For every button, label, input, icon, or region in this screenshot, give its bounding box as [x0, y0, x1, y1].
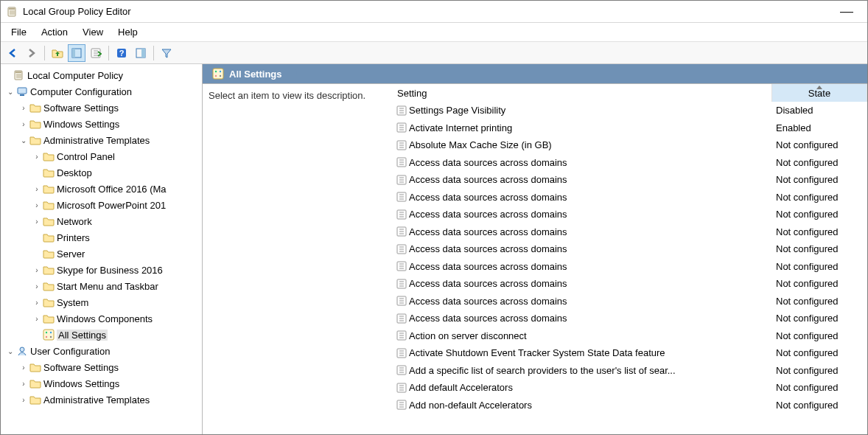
setting-state: Not configured — [771, 347, 867, 358]
tree-user-configuration[interactable]: ⌄ User Configuration — [1, 343, 202, 359]
help-pane-button[interactable] — [132, 44, 150, 62]
tree-adm-skype[interactable]: › Skype for Business 2016 — [1, 262, 202, 278]
list-row[interactable]: Access data sources across domainsNot co… — [393, 275, 867, 293]
tab-strip: All Settings — [203, 64, 867, 83]
tree-adm-control-panel[interactable]: › Control Panel — [1, 148, 202, 164]
book-icon — [13, 69, 26, 81]
tree-adm-windows-components[interactable]: › Windows Components — [1, 310, 202, 327]
back-button[interactable] — [4, 44, 21, 62]
list-row[interactable]: Access data sources across domainsNot co… — [393, 293, 867, 310]
twisty-icon[interactable]: › — [32, 282, 42, 290]
menu-action[interactable]: Action — [34, 24, 75, 40]
setting-state: Disabled — [771, 105, 867, 116]
list-row[interactable]: Access data sources across domainsNot co… — [393, 310, 867, 327]
policy-icon — [393, 382, 409, 394]
folder-icon — [42, 232, 55, 243]
policy-icon — [393, 243, 409, 255]
tree-label: Administrative Templates — [43, 135, 150, 146]
twisty-icon[interactable]: › — [32, 299, 42, 307]
tree-adm-all-settings[interactable]: › All Settings — [1, 327, 202, 343]
twisty-icon[interactable]: › — [18, 120, 29, 128]
setting-name: Activate Internet printing — [409, 122, 771, 133]
description-panel: Select an item to view its description. — [203, 84, 393, 434]
forward-button[interactable] — [23, 44, 41, 62]
list-row[interactable]: Activate Internet printingEnabled — [393, 119, 867, 137]
twisty-icon[interactable]: › — [32, 266, 42, 274]
list-row[interactable]: Access data sources across domainsNot co… — [393, 206, 867, 223]
setting-name: Access data sources across domains — [409, 192, 771, 203]
menu-file[interactable]: File — [4, 24, 34, 40]
list-row[interactable]: Activate Shutdown Event Tracker System S… — [393, 344, 867, 362]
folder-icon — [42, 150, 55, 162]
tree-label: Printers — [57, 232, 90, 243]
column-header-setting[interactable]: Setting — [393, 88, 771, 99]
list-row[interactable]: Add default AcceleratorsNot configured — [393, 379, 867, 397]
toolbar-separator — [108, 46, 109, 60]
menu-help[interactable]: Help — [111, 24, 145, 40]
computer-icon — [15, 86, 29, 97]
list-row[interactable]: Access data sources across domainsNot co… — [393, 189, 867, 206]
column-header-state[interactable]: State — [771, 84, 867, 102]
twisty-icon[interactable]: ⌄ — [5, 88, 15, 96]
menu-view[interactable]: View — [75, 24, 111, 40]
tree-computer-configuration[interactable]: ⌄ Computer Configuration — [1, 83, 202, 100]
tree-adm-system[interactable]: › System — [1, 294, 202, 310]
list-row[interactable]: Access data sources across domainsNot co… — [393, 223, 867, 241]
tree-label: Windows Components — [57, 313, 153, 324]
list-row[interactable]: Absolute Max Cache Size (in GB)Not confi… — [393, 136, 867, 154]
tree-root[interactable]: ▾ Local Computer Policy — [1, 67, 202, 83]
show-hide-tree-button[interactable] — [68, 44, 85, 62]
setting-name: Access data sources across domains — [409, 174, 771, 185]
list-row[interactable]: Access data sources across domainsNot co… — [393, 258, 867, 276]
tree-adm-office[interactable]: › Microsoft Office 2016 (Ma — [1, 181, 202, 197]
twisty-icon[interactable]: › — [18, 104, 29, 112]
list-row[interactable]: Action on server disconnectNot configure… — [393, 327, 867, 345]
help-button[interactable]: ? — [113, 44, 130, 62]
list-row[interactable]: Access data sources across domainsNot co… — [393, 154, 867, 172]
setting-name: Action on server disconnect — [409, 330, 771, 341]
tree-adm-desktop[interactable]: › Desktop — [1, 164, 202, 181]
twisty-icon[interactable]: › — [32, 201, 42, 209]
tree-uc-windows-settings[interactable]: › Windows Settings — [1, 375, 202, 392]
export-list-button[interactable] — [87, 44, 105, 62]
folder-up-button[interactable] — [49, 44, 66, 62]
twisty-icon[interactable]: › — [32, 185, 42, 193]
setting-state: Not configured — [771, 226, 867, 237]
tab-all-settings[interactable]: All Settings — [207, 64, 297, 83]
tree-uc-software-settings[interactable]: › Software Settings — [1, 359, 202, 375]
list-header: Setting State — [393, 84, 867, 102]
tree-cc-windows-settings[interactable]: › Windows Settings — [1, 116, 202, 132]
list-rows[interactable]: Settings Page VisibilityDisabledActivate… — [393, 102, 867, 434]
tree-adm-printers[interactable]: › Printers — [1, 229, 202, 246]
twisty-icon[interactable]: ⌄ — [18, 136, 29, 145]
tree-cc-software-settings[interactable]: › Software Settings — [1, 100, 202, 116]
twisty-icon[interactable]: › — [32, 153, 42, 161]
tree-adm-start-menu[interactable]: › Start Menu and Taskbar — [1, 278, 202, 294]
setting-state: Not configured — [771, 365, 867, 376]
list-row[interactable]: Access data sources across domainsNot co… — [393, 240, 867, 258]
setting-state: Not configured — [771, 313, 867, 324]
twisty-icon[interactable]: › — [32, 315, 42, 323]
list-row[interactable]: Access data sources across domainsNot co… — [393, 171, 867, 189]
twisty-icon[interactable]: › — [18, 396, 29, 404]
tree-adm-network[interactable]: › Network — [1, 213, 202, 229]
minimize-button[interactable]: — — [832, 4, 861, 19]
console-tree[interactable]: ▾ Local Computer Policy ⌄ Computer Confi… — [1, 64, 203, 434]
all-settings-icon — [42, 329, 55, 341]
setting-name: Access data sources across domains — [409, 226, 771, 237]
list-row[interactable]: Add a specific list of search providers … — [393, 362, 867, 380]
list-row[interactable]: Settings Page VisibilityDisabled — [393, 102, 867, 119]
twisty-icon[interactable]: ⌄ — [5, 347, 15, 355]
svg-rect-18 — [72, 49, 75, 58]
tree-cc-admin-templates[interactable]: ⌄ Administrative Templates — [1, 132, 202, 148]
tree-adm-server[interactable]: › Server — [1, 246, 202, 262]
filter-button[interactable] — [158, 44, 175, 62]
list-row[interactable]: Add non-default AcceleratorsNot configur… — [393, 397, 867, 414]
setting-name: Access data sources across domains — [409, 313, 771, 324]
tree-uc-admin-templates[interactable]: › Administrative Templates — [1, 392, 202, 408]
tree-adm-powerpoint[interactable]: › Microsoft PowerPoint 201 — [1, 197, 202, 213]
setting-state: Not configured — [771, 278, 867, 289]
twisty-icon[interactable]: › — [32, 218, 42, 226]
twisty-icon[interactable]: › — [18, 363, 29, 372]
twisty-icon[interactable]: › — [18, 380, 29, 388]
